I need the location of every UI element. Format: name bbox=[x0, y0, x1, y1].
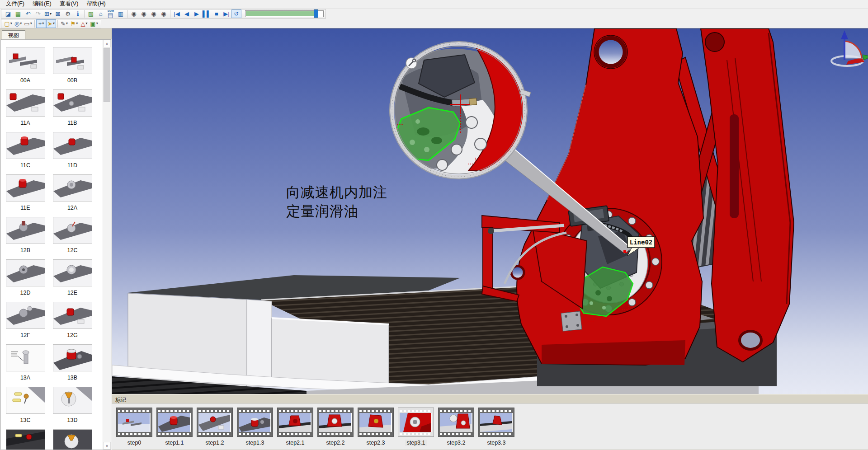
component-icon: ▢ bbox=[4, 21, 9, 27]
view-item-13D[interactable]: 13D bbox=[49, 387, 96, 429]
measure-tool-button[interactable]: △▾ bbox=[79, 19, 89, 28]
view-item-partial-1[interactable] bbox=[2, 429, 49, 450]
menu-edit[interactable]: 编辑(E) bbox=[28, 0, 56, 9]
film-frame bbox=[116, 408, 152, 437]
scroll-up-button[interactable]: ∧ bbox=[103, 40, 111, 47]
menu-help[interactable]: 帮助(H) bbox=[82, 0, 109, 9]
view-item-11E[interactable]: 11E bbox=[2, 174, 49, 217]
step-back-icon: ◀ bbox=[184, 11, 189, 17]
step-item-step0[interactable]: step0 bbox=[116, 408, 152, 446]
view-item-00B[interactable]: 00B bbox=[49, 47, 96, 89]
import-model-button[interactable]: ▧ bbox=[86, 9, 96, 18]
view-item-13C[interactable]: 13C bbox=[2, 387, 49, 429]
fly-tool-button[interactable]: ➤▾ bbox=[46, 19, 56, 28]
film-frame bbox=[237, 408, 273, 437]
section-view-button[interactable]: ▭▾ bbox=[23, 19, 33, 28]
flag-label-button[interactable]: ⚑▾ bbox=[69, 19, 79, 28]
undo-button[interactable]: ↶ bbox=[23, 9, 33, 18]
fit-window-button[interactable]: ⊠ bbox=[53, 9, 63, 18]
home-view-button[interactable]: ⌂ bbox=[96, 9, 106, 18]
loop-icon: ↺ bbox=[234, 11, 239, 17]
menu-file[interactable]: 文件(F) bbox=[2, 0, 28, 9]
step-item-step2-1[interactable]: step2.1 bbox=[277, 408, 313, 446]
view-item-partial-2[interactable] bbox=[49, 429, 96, 450]
view-item-13B[interactable]: 13B bbox=[49, 344, 96, 387]
toolbar-separator bbox=[127, 10, 127, 18]
chevron-down-icon: ▾ bbox=[50, 12, 52, 16]
view-item-12D[interactable]: 12D bbox=[2, 259, 49, 302]
camera-keyframe-2-button[interactable]: ◉ bbox=[139, 9, 149, 18]
step-item-step2-2[interactable]: step2.2 bbox=[317, 408, 354, 446]
view-item-11A[interactable]: 11A bbox=[2, 89, 49, 132]
component-tool-button[interactable]: ▢▾ bbox=[3, 19, 13, 28]
main-toolbar-strip: ◪ ▦ ↶ ↷ ⊞▾ ⊠ ⚙ ℹ ▧ ⌂ BOM ▤ ▥ ◉ ◉ ◉ ◉ |◀ … bbox=[1, 9, 326, 19]
save-image-button[interactable]: ▦ bbox=[13, 9, 23, 18]
step-item-step1-2[interactable]: step1.2 bbox=[197, 408, 233, 446]
scroll-down-button[interactable]: ∨ bbox=[103, 442, 111, 450]
step-item-step3-1[interactable]: step3.1 bbox=[398, 408, 434, 446]
film-frame bbox=[197, 408, 233, 437]
step-label: step2.2 bbox=[325, 440, 346, 446]
rim-tool-icon[interactable] bbox=[406, 58, 417, 69]
view-thumbnail bbox=[53, 217, 92, 244]
step-label: step1.3 bbox=[244, 440, 265, 446]
view-label: 12D bbox=[2, 290, 49, 296]
animation-progress-slider[interactable] bbox=[245, 10, 324, 17]
stop-button[interactable]: ■ bbox=[212, 9, 222, 18]
step-thumbnail bbox=[239, 413, 271, 432]
loop-button[interactable]: ↺ bbox=[231, 9, 241, 18]
film-holes bbox=[279, 410, 311, 412]
redo-button[interactable]: ↷ bbox=[33, 9, 43, 18]
toolbar-separator bbox=[34, 20, 35, 28]
pause-button[interactable]: ▌▌ bbox=[202, 9, 212, 18]
prev-frame-button[interactable]: ◀ bbox=[182, 9, 192, 18]
step-item-step1-1[interactable]: step1.1 bbox=[156, 408, 193, 446]
notes-button[interactable]: ▥ bbox=[116, 9, 126, 18]
move-tool-button[interactable]: +▾ bbox=[36, 19, 46, 28]
view-item-12B[interactable]: 12B bbox=[2, 217, 49, 259]
step-item-step1-3[interactable]: step1.3 bbox=[237, 408, 273, 446]
last-frame-button[interactable]: ▶| bbox=[222, 9, 231, 18]
view-mode-button[interactable]: ⊞▾ bbox=[43, 9, 53, 18]
view-item-12A[interactable]: 12A bbox=[49, 174, 96, 217]
camera-icon: ◉ bbox=[161, 11, 166, 17]
3d-viewport[interactable]: 向减速机内加注 定量润滑油 Line02 bbox=[112, 28, 868, 394]
camera-keyframe-4-button[interactable]: ◉ bbox=[159, 9, 169, 18]
views-scrollbar[interactable]: ∧ ∨ bbox=[103, 40, 111, 450]
view-item-00A[interactable]: 00A bbox=[2, 47, 49, 89]
view-item-13A[interactable]: 13A bbox=[2, 344, 49, 387]
progress-thumb[interactable] bbox=[314, 9, 318, 18]
play-button[interactable]: ▶ bbox=[192, 9, 202, 18]
view-thumbnail bbox=[53, 174, 92, 202]
step-label: step1.2 bbox=[204, 440, 225, 446]
film-frame bbox=[398, 408, 434, 437]
menu-view[interactable]: 查看(V) bbox=[56, 0, 83, 9]
view-item-11D[interactable]: 11D bbox=[49, 132, 96, 174]
settings-button[interactable]: ⚙ bbox=[63, 9, 73, 18]
view-thumbnail bbox=[53, 302, 92, 329]
camera-keyframe-1-button[interactable]: ◉ bbox=[129, 9, 139, 18]
first-frame-button[interactable]: |◀ bbox=[172, 9, 182, 18]
film-holes bbox=[400, 433, 432, 435]
scrollbar-thumb[interactable] bbox=[104, 48, 110, 102]
view-item-12C[interactable]: 12C bbox=[49, 217, 96, 259]
bom-label: BOM bbox=[108, 10, 114, 12]
info-button[interactable]: ℹ bbox=[73, 9, 83, 18]
view-item-11C[interactable]: 11C bbox=[2, 132, 49, 174]
view-item-12E[interactable]: 12E bbox=[49, 259, 96, 302]
view-item-12G[interactable]: 12G bbox=[49, 302, 96, 344]
view-label: 13C bbox=[2, 417, 49, 423]
pen-markup-button[interactable]: ✎▾ bbox=[59, 19, 69, 28]
view-item-11B[interactable]: 11B bbox=[49, 89, 96, 132]
open-button[interactable]: ◪ bbox=[3, 9, 13, 18]
view-item-12F[interactable]: 12F bbox=[2, 302, 49, 344]
appearance-tool-button[interactable]: ▣▾ bbox=[89, 19, 99, 28]
step-item-step3-2[interactable]: step3.2 bbox=[438, 408, 474, 446]
bom-table-button[interactable]: BOM ▤ bbox=[106, 9, 116, 18]
camera-keyframe-3-button[interactable]: ◉ bbox=[149, 9, 159, 18]
film-holes bbox=[480, 433, 513, 435]
skip-first-icon: |◀ bbox=[174, 11, 179, 17]
step-item-step2-3[interactable]: step2.3 bbox=[358, 408, 394, 446]
orbit-view-button[interactable]: ◎▾ bbox=[13, 19, 23, 28]
step-item-step3-3[interactable]: step3.3 bbox=[478, 408, 514, 446]
